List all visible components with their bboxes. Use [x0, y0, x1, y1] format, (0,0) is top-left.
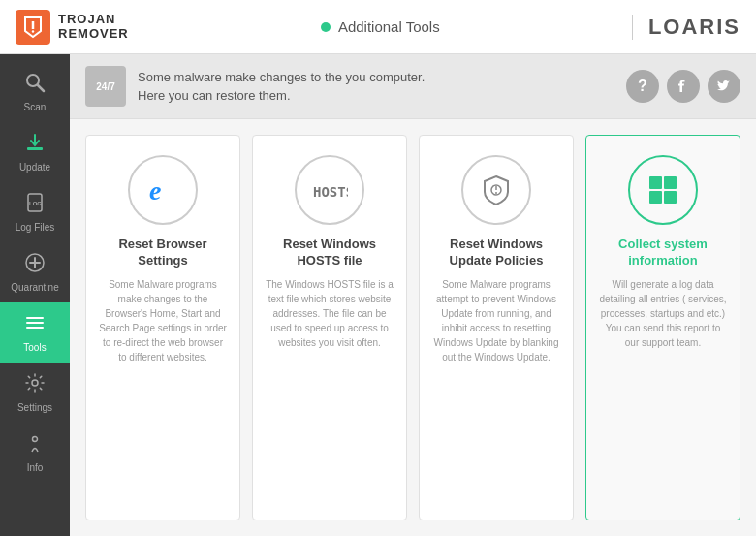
sidebar-info-label: Info — [27, 462, 44, 473]
svg-rect-12 — [26, 322, 44, 324]
sidebar-item-settings[interactable]: Settings — [0, 363, 70, 423]
banner-actions: ? — [626, 70, 740, 103]
svg-rect-13 — [26, 327, 44, 329]
sidebar-settings-label: Settings — [17, 402, 52, 413]
logfiles-icon: LOG — [24, 192, 46, 218]
help-button[interactable]: ? — [626, 70, 659, 103]
svg-text:LOG: LOG — [29, 201, 42, 206]
sidebar-item-quarantine[interactable]: Quarantine — [0, 242, 70, 302]
banner-icon-label: 24/7 — [96, 81, 114, 92]
sidebar-scan-label: Scan — [24, 102, 47, 112]
twitter-button[interactable] — [708, 70, 740, 103]
sidebar-item-logfiles[interactable]: LOG Log Files — [0, 182, 70, 242]
header: TROJAN REMOVER Additional Tools LOARIS — [0, 0, 756, 54]
logo-bottom: REMOVER — [58, 27, 129, 41]
shield-icon — [461, 155, 531, 225]
quarantine-icon — [24, 252, 46, 278]
sidebar-item-update[interactable]: Update — [0, 122, 70, 182]
logo-top: TROJAN — [58, 13, 129, 26]
svg-point-14 — [32, 380, 38, 386]
sidebar-item-scan[interactable]: Scan — [0, 62, 70, 122]
facebook-button[interactable] — [667, 70, 700, 103]
header-center: Additional Tools — [321, 18, 440, 35]
sidebar: Scan Update LOG Log Files — [0, 54, 70, 536]
logo: TROJAN REMOVER — [16, 10, 129, 45]
status-dot — [321, 22, 331, 32]
banner-text-line2: Here you can restore them. — [138, 86, 614, 106]
svg-text:HOSTS: HOSTS — [313, 184, 348, 200]
svg-point-20 — [495, 192, 497, 194]
windows-icon — [649, 176, 677, 204]
sidebar-item-tools[interactable]: Tools — [0, 302, 70, 363]
additional-tools-label: Additional Tools — [338, 18, 440, 35]
banner-text-line1: Some malware make changes to the you com… — [138, 68, 614, 87]
logo-icon — [16, 10, 50, 45]
tools-grid: e Reset Browser Settings Some Malware pr… — [70, 119, 756, 536]
reset-hosts-title: Reset Windows HOSTS file — [265, 236, 394, 269]
sidebar-logfiles-label: Log Files — [16, 222, 55, 233]
reset-browser-title: Reset Browser Settings — [98, 236, 228, 269]
hosts-icon: HOSTS — [295, 155, 364, 225]
tool-card-reset-hosts[interactable]: HOSTS Reset Windows HOSTS file The Windo… — [252, 135, 407, 520]
svg-point-15 — [33, 437, 38, 442]
svg-point-2 — [32, 30, 34, 32]
logo-text: TROJAN REMOVER — [58, 13, 129, 41]
tools-icon — [24, 312, 46, 338]
banner: 24/7 Some malware make changes to the yo… — [70, 54, 756, 119]
sidebar-update-label: Update — [19, 162, 50, 173]
svg-rect-5 — [27, 147, 43, 150]
info-icon — [24, 432, 46, 458]
settings-icon — [24, 372, 46, 398]
collect-info-desc: Will generate a log data detailing all e… — [598, 277, 728, 350]
update-icon — [24, 132, 46, 158]
reset-hosts-desc: The Windows HOSTS file is a text file wh… — [265, 277, 394, 350]
tool-card-reset-update[interactable]: Reset Windows Update Policies Some Malwa… — [419, 135, 574, 520]
reset-browser-desc: Some Malware programs make changes to th… — [98, 277, 228, 364]
banner-text: Some malware make changes to the you com… — [138, 68, 614, 106]
svg-line-4 — [38, 85, 44, 91]
tool-card-collect-info[interactable]: Collect system information Will generate… — [585, 135, 740, 520]
reset-update-title: Reset Windows Update Policies — [431, 236, 561, 269]
svg-text:e: e — [149, 175, 161, 205]
reset-update-desc: Some Malware programs attempt to prevent… — [431, 277, 561, 364]
sidebar-quarantine-label: Quarantine — [11, 282, 58, 293]
tool-card-reset-browser[interactable]: e Reset Browser Settings Some Malware pr… — [85, 135, 240, 520]
sidebar-tools-label: Tools — [23, 342, 46, 353]
svg-rect-11 — [26, 317, 44, 319]
header-right: LOARIS — [632, 15, 740, 40]
content-area: 24/7 Some malware make changes to the yo… — [70, 54, 756, 536]
banner-icon: 24/7 — [85, 66, 126, 107]
collect-info-icon — [628, 155, 698, 225]
sidebar-item-info[interactable]: Info — [0, 423, 70, 483]
collect-info-title: Collect system information — [598, 236, 728, 269]
scan-icon — [24, 72, 46, 98]
browser-icon: e — [128, 155, 198, 225]
main-layout: Scan Update LOG Log Files — [0, 54, 756, 536]
loaris-logo: LOARIS — [632, 15, 740, 40]
